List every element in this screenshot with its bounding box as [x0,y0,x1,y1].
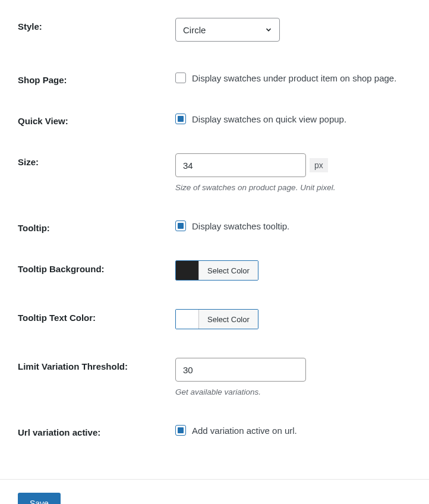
tooltip-bg-label: Tooltip Background: [18,264,105,274]
tooltip-label: Tooltip: [18,223,50,233]
row-limit-threshold: Limit Variation Threshold: Get available… [18,358,411,396]
tooltip-checkbox[interactable] [175,220,186,231]
quick-view-checkbox[interactable] [175,114,186,124]
row-style: Style: Circle [18,18,411,42]
quick-view-checkbox-label: Display swatches on quick view popup. [192,114,346,124]
size-description: Size of swatches on product page. Unit p… [175,183,411,192]
tooltip-bg-swatch [176,261,198,280]
row-quick-view: Quick View: Display swatches on quick vi… [18,112,411,126]
tooltip-text-label: Tooltip Text Color: [18,313,96,323]
url-variation-checkbox-label: Add variation active on url. [192,426,297,436]
tooltip-checkbox-label: Display swatches tooltip. [192,221,289,231]
shop-page-checkbox[interactable] [175,73,186,83]
save-button[interactable]: Save [18,493,61,504]
tooltip-bg-select-button[interactable]: Select Color [198,261,258,280]
row-url-variation: Url variation active: Add variation acti… [18,424,411,437]
tooltip-text-select-button[interactable]: Select Color [198,310,258,329]
limit-threshold-label: Limit Variation Threshold: [18,361,128,371]
limit-threshold-input[interactable] [175,358,306,382]
shop-page-checkbox-label: Display swatches under product item on s… [192,73,396,83]
tooltip-bg-color-picker[interactable]: Select Color [175,260,258,281]
quick-view-label: Quick View: [18,116,68,126]
limit-threshold-description: Get available variations. [175,388,411,396]
size-unit: px [310,158,328,172]
tooltip-text-swatch [176,310,198,329]
tooltip-text-color-picker[interactable]: Select Color [175,309,258,329]
row-tooltip-text: Tooltip Text Color: Select Color [18,309,411,330]
row-tooltip: Tooltip: Display swatches tooltip. [18,219,411,233]
url-variation-label: Url variation active: [18,427,100,437]
row-tooltip-bg: Tooltip Background: Select Color [18,260,411,282]
shop-page-label: Shop Page: [18,75,67,85]
row-size: Size: px Size of swatches on product pag… [18,153,411,192]
size-input[interactable] [175,153,306,177]
divider [0,479,429,480]
size-label: Size: [18,157,39,167]
url-variation-checkbox[interactable] [175,425,186,436]
row-shop-page: Shop Page: Display swatches under produc… [18,71,411,85]
style-label: Style: [18,21,42,32]
style-select[interactable]: Circle [175,18,280,42]
